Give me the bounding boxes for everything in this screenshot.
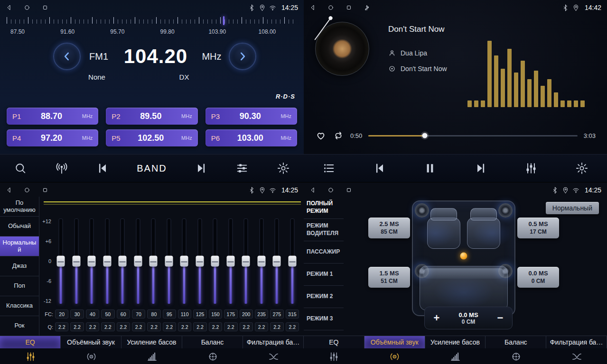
- broadcast-button[interactable]: [55, 162, 68, 175]
- eq-slider-knob[interactable]: [119, 256, 127, 267]
- seek-bar[interactable]: [368, 135, 577, 136]
- eq-band-slider[interactable]: [223, 218, 239, 304]
- next-button[interactable]: [474, 162, 487, 175]
- album-art[interactable]: [315, 22, 369, 76]
- nav-back-icon[interactable]: [6, 187, 12, 193]
- balance-icon[interactable]: [486, 348, 546, 364]
- playlist-button[interactable]: [322, 162, 336, 175]
- delay-front-right-button[interactable]: 0.5 MS17 CM: [517, 218, 559, 238]
- prev-button[interactable]: [96, 162, 109, 175]
- eq-band-slider[interactable]: [177, 218, 192, 304]
- surround-sound-icon[interactable]: [61, 348, 121, 364]
- eq-band-slider[interactable]: [69, 218, 84, 304]
- eq-band-slider[interactable]: [100, 218, 115, 304]
- tune-down-button[interactable]: [53, 43, 81, 70]
- favorite-button[interactable]: [315, 130, 327, 141]
- tab-balance[interactable]: Баланс: [486, 336, 546, 348]
- eq-band-slider[interactable]: [53, 218, 69, 304]
- nav-home-icon[interactable]: [24, 4, 30, 11]
- eq-slider-knob[interactable]: [180, 256, 188, 267]
- eq-slider-knob[interactable]: [211, 256, 219, 267]
- tab-bass-boost[interactable]: Усиление басов: [121, 336, 182, 348]
- eq-slider-knob[interactable]: [103, 256, 111, 267]
- tab-eq[interactable]: EQ: [0, 336, 61, 348]
- eq-band-slider[interactable]: [115, 218, 131, 304]
- tab-surround-sound[interactable]: Объёмный звук: [61, 336, 121, 348]
- nav-recents-icon[interactable]: [42, 187, 48, 193]
- eq-slider-knob[interactable]: [72, 256, 80, 267]
- eq-slider-knob[interactable]: [257, 256, 265, 267]
- tab-surround-sound[interactable]: Объёмный звук: [364, 336, 425, 348]
- eq-slider-knob[interactable]: [288, 256, 296, 267]
- listening-mode-item[interactable]: ПОЛНЫЙ РЕЖИМ: [304, 197, 344, 219]
- eq-band-slider[interactable]: [161, 218, 177, 304]
- eq-preset-item[interactable]: Рок: [0, 316, 39, 336]
- search-button[interactable]: [14, 162, 27, 175]
- eq-preset-item[interactable]: Обычай: [0, 217, 39, 237]
- preset-button[interactable]: P390.30MHz: [205, 108, 297, 125]
- nav-back-icon[interactable]: [309, 4, 316, 11]
- preset-button[interactable]: P188.70MHz: [7, 108, 98, 125]
- next-button[interactable]: [195, 162, 208, 175]
- listening-mode-item[interactable]: РЕЖИМ 3: [304, 308, 344, 330]
- tab-balance[interactable]: Баланс: [182, 336, 243, 348]
- sliders-v-button[interactable]: [524, 162, 538, 175]
- preset-button[interactable]: P5102.50MHz: [106, 129, 197, 146]
- nav-recents-icon[interactable]: [346, 187, 352, 193]
- eq-slider-knob[interactable]: [149, 256, 158, 267]
- preset-button[interactable]: P497.20MHz: [7, 129, 98, 146]
- eq-slider-knob[interactable]: [134, 256, 142, 267]
- nav-recents-icon[interactable]: [346, 4, 352, 11]
- prev-button[interactable]: [373, 162, 386, 175]
- surround-sound-icon[interactable]: [364, 348, 425, 364]
- delay-rear-right-button[interactable]: 0.0 MS0 CM: [517, 267, 559, 288]
- tab-filter[interactable]: Фильтрация ба…: [546, 336, 607, 348]
- eq-slider-knob[interactable]: [88, 256, 96, 267]
- eq-preset-item[interactable]: По умолчанию: [0, 197, 39, 217]
- gear-button[interactable]: [575, 162, 588, 175]
- bass-boost-icon[interactable]: [425, 348, 486, 364]
- eq-band-slider[interactable]: [269, 218, 285, 304]
- eq-slider-knob[interactable]: [57, 256, 65, 267]
- eq-preset-item[interactable]: Поп: [0, 276, 39, 296]
- eq-slider-knob[interactable]: [273, 256, 281, 267]
- delay-increase-button[interactable]: +: [430, 311, 444, 325]
- eq-band-slider[interactable]: [84, 218, 100, 304]
- listening-mode-item[interactable]: РЕЖИМ 2: [304, 286, 344, 308]
- eq-band-slider[interactable]: [238, 218, 254, 304]
- tab-filter[interactable]: Фильтрация ба…: [243, 336, 304, 348]
- delay-decrease-button[interactable]: −: [493, 311, 507, 325]
- eq-slider-knob[interactable]: [226, 256, 234, 267]
- eq-slider-knob[interactable]: [242, 256, 250, 267]
- nav-home-icon[interactable]: [24, 187, 30, 193]
- eq-band-slider[interactable]: [192, 218, 208, 304]
- eq-preset-item[interactable]: Классика: [0, 296, 39, 316]
- progress-knob[interactable]: [422, 133, 428, 138]
- bass-boost-icon[interactable]: [121, 348, 182, 364]
- delay-rear-left-button[interactable]: 1.5 MS51 CM: [368, 267, 410, 288]
- frequency-scale[interactable]: 87.5091.6095.7099.80103.90108.00: [5, 16, 299, 40]
- nav-back-icon[interactable]: [6, 4, 12, 11]
- nav-back-icon[interactable]: [309, 187, 316, 193]
- pause-button[interactable]: [423, 162, 437, 175]
- nav-recents-icon[interactable]: [42, 4, 48, 11]
- filter-icon[interactable]: [243, 348, 304, 364]
- listening-mode-item[interactable]: ПАССАЖИР: [304, 241, 344, 264]
- nav-home-icon[interactable]: [327, 4, 334, 11]
- tune-up-button[interactable]: [229, 43, 256, 70]
- balance-icon[interactable]: [182, 348, 243, 364]
- eq-band-slider[interactable]: [146, 218, 161, 304]
- preset-button[interactable]: P6103.00MHz: [205, 129, 297, 146]
- filter-icon[interactable]: [546, 348, 607, 364]
- eq-preset-item[interactable]: Нормальный: [0, 237, 39, 256]
- surround-preset-button[interactable]: Нормальный: [546, 202, 599, 214]
- eq-band-slider[interactable]: [131, 218, 146, 304]
- tab-eq[interactable]: EQ: [304, 336, 364, 348]
- delay-front-left-button[interactable]: 2.5 MS85 CM: [368, 218, 410, 238]
- sliders-h-button[interactable]: [235, 162, 249, 175]
- tab-bass-boost[interactable]: Усиление басов: [425, 336, 486, 348]
- eq-slider-knob[interactable]: [196, 256, 204, 267]
- eq-band-slider[interactable]: [207, 218, 223, 304]
- eq-preset-item[interactable]: Джаз: [0, 256, 39, 276]
- eq-band-slider[interactable]: [254, 218, 270, 304]
